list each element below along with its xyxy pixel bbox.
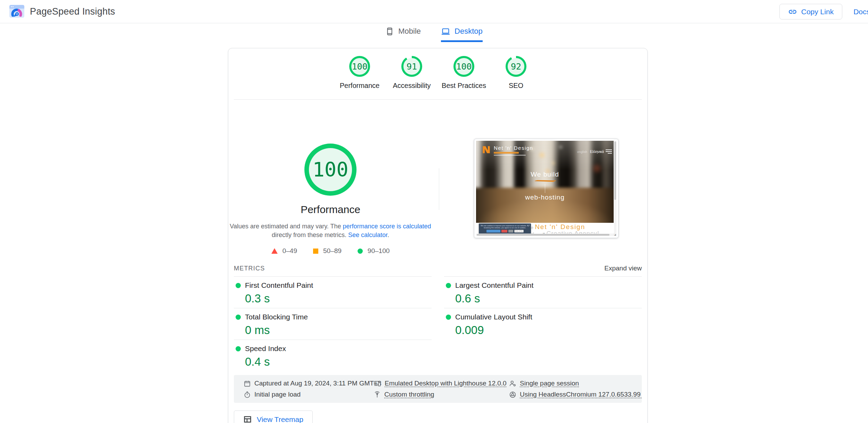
thumbnail-vertical-scrollbar[interactable]: [614, 141, 616, 236]
tab-mobile-label: Mobile: [398, 27, 421, 36]
summary-vertical-divider: [439, 168, 439, 210]
legend-average-range: 50–89: [323, 247, 342, 255]
copy-link-label: Copy Link: [801, 8, 834, 16]
site-hero-arrow-line: [535, 181, 555, 181]
pass-dot-icon: [236, 346, 241, 351]
score-legend: 0–49 50–89 90–100: [223, 247, 438, 255]
average-square-icon: [313, 249, 318, 254]
site-logo: Net 'n' Design: [482, 145, 533, 156]
site-menu-icon: [606, 149, 612, 154]
env-initial-page-load: Initial page load: [244, 391, 374, 398]
site-logo-n-icon: [482, 145, 491, 154]
disclaimer-text-1: Values are estimated and may vary. The: [230, 223, 343, 230]
thumbnail-horizontal-scrollbar[interactable]: [476, 234, 616, 236]
site-logo-text: Net 'n' Design: [494, 145, 533, 151]
site-logo-tagline-bar: [494, 155, 526, 156]
pass-circle-icon: [358, 249, 363, 254]
emulated-desktop-icon: [374, 380, 381, 387]
cookie-text-line2: browsing this website, you agree to our …: [479, 227, 531, 229]
legend-average: 50–89: [313, 247, 342, 255]
link-icon: [788, 7, 797, 16]
page-title: PageSpeed Insights: [30, 6, 115, 17]
env-captured-at: Captured at Aug 19, 2024, 3:11 PM GMT+3: [244, 380, 374, 387]
chromium-browser-icon: [509, 391, 516, 398]
performance-section-title: Performance: [240, 204, 421, 215]
metrics-heading: METRICS: [234, 265, 265, 272]
category-seo-label: SEO: [509, 82, 523, 90]
site-bottom-title: e Net 'n' Design: [531, 223, 585, 231]
app-header: PageSpeed Insights Copy Link Docs: [0, 0, 868, 23]
single-page-session-icon: [509, 380, 516, 387]
category-best-practices-label: Best Practices: [442, 82, 486, 90]
metric-first-contentful-paint: First Contentful Paint 0.3 s: [234, 276, 432, 308]
cookie-terms-button: Terms of Use: [514, 230, 524, 233]
env-session-type[interactable]: Single page session: [509, 380, 642, 387]
category-performance-label: Performance: [340, 82, 380, 90]
pagespeed-logo-icon: [9, 4, 25, 19]
docs-link[interactable]: Docs: [853, 8, 868, 16]
category-accessibility-label: Accessibility: [393, 82, 431, 90]
categories-divider: [234, 99, 642, 100]
metric-cumulative-layout-shift: Cumulative Layout Shift 0.009: [444, 308, 642, 340]
category-accessibility[interactable]: 91 Accessibility: [386, 56, 438, 90]
cookie-close-icon: ×: [529, 224, 530, 226]
site-hero-subheading: web-hosting: [476, 194, 614, 201]
performance-main-gauge: 100: [304, 144, 357, 196]
legend-pass-range: 90–100: [368, 247, 390, 255]
site-hero-divider-line: [545, 184, 545, 193]
cookie-accept-button: [486, 230, 500, 233]
site-hero-image: Net 'n' Design english Ελληνικά We build…: [476, 141, 614, 223]
report-card: 100 Performance 91 Accessibility 100 Bes…: [228, 48, 648, 423]
site-language-switch: english Ελληνικά: [577, 150, 604, 154]
see-calculator-link[interactable]: See calculator: [348, 231, 387, 238]
view-treemap-button[interactable]: View Treemap: [234, 410, 313, 423]
thumbnail-scrollbar-corner: ◢: [614, 234, 616, 236]
disclaimer-text-2: directly from these metrics.: [272, 231, 348, 238]
fail-triangle-icon: [271, 248, 278, 254]
seo-score-gauge: 92: [506, 56, 526, 77]
view-treemap-label: View Treemap: [257, 415, 303, 423]
tab-desktop[interactable]: Desktop: [441, 27, 483, 42]
legend-fail: 0–49: [271, 247, 297, 255]
cookie-settings-button: [508, 230, 513, 233]
env-throttling[interactable]: Custom throttling: [374, 391, 509, 398]
site-logo-subtitle-bar: [494, 152, 519, 154]
category-seo[interactable]: 92 SEO: [490, 56, 542, 90]
site-cookie-banner: × We use cookies to improve your experie…: [479, 223, 531, 234]
metrics-grid: First Contentful Paint 0.3 s Total Block…: [234, 276, 642, 371]
category-best-practices[interactable]: 100 Best Practices: [438, 56, 490, 90]
accessibility-score-gauge: 91: [401, 56, 422, 77]
performance-score-gauge: 100: [349, 56, 370, 77]
copy-link-button[interactable]: Copy Link: [779, 4, 842, 19]
mobile-phone-icon: [385, 27, 394, 36]
run-environment-box: Captured at Aug 19, 2024, 3:11 PM GMT+3 …: [234, 375, 642, 403]
category-scores-row: 100 Performance 91 Accessibility 100 Bes…: [228, 56, 647, 90]
metric-total-blocking-time: Total Blocking Time 0 ms: [234, 308, 432, 340]
legend-fail-range: 0–49: [282, 247, 297, 255]
desktop-laptop-icon: [441, 27, 450, 36]
tab-desktop-label: Desktop: [455, 27, 483, 36]
score-disclaimer: Values are estimated and may vary. The p…: [223, 222, 438, 239]
metric-largest-contentful-paint: Largest Contentful Paint 0.6 s: [444, 276, 642, 308]
pass-dot-icon: [446, 283, 451, 288]
site-hero-heading: We build: [476, 171, 614, 178]
score-calculation-link[interactable]: performance score is calculated: [343, 223, 431, 230]
legend-pass: 90–100: [358, 247, 390, 255]
env-browser[interactable]: Using HeadlessChromium 127.0.6533.99 wit…: [509, 391, 642, 398]
env-emulated-device[interactable]: Emulated Desktop with Lighthouse 12.0.0: [374, 380, 509, 387]
tab-mobile[interactable]: Mobile: [385, 27, 421, 42]
metric-speed-index: Speed Index 0.4 s: [234, 340, 432, 371]
site-bottom-brand: Net 'n' Design: [535, 223, 585, 230]
throttling-signal-icon: [374, 391, 381, 398]
best-practices-score-gauge: 100: [453, 56, 474, 77]
pass-dot-icon: [236, 315, 241, 320]
expand-view-button[interactable]: Expand view: [604, 265, 642, 272]
category-performance[interactable]: 100 Performance: [334, 56, 386, 90]
stopwatch-icon: [244, 391, 251, 398]
calendar-icon: [244, 380, 251, 387]
lang-english: english: [577, 150, 587, 154]
page-screenshot-thumbnail[interactable]: Net 'n' Design english Ελληνικά We build…: [474, 139, 619, 238]
pass-dot-icon: [236, 283, 241, 288]
cookie-decline-button: [501, 230, 507, 233]
lang-greek: Ελληνικά: [590, 150, 604, 154]
